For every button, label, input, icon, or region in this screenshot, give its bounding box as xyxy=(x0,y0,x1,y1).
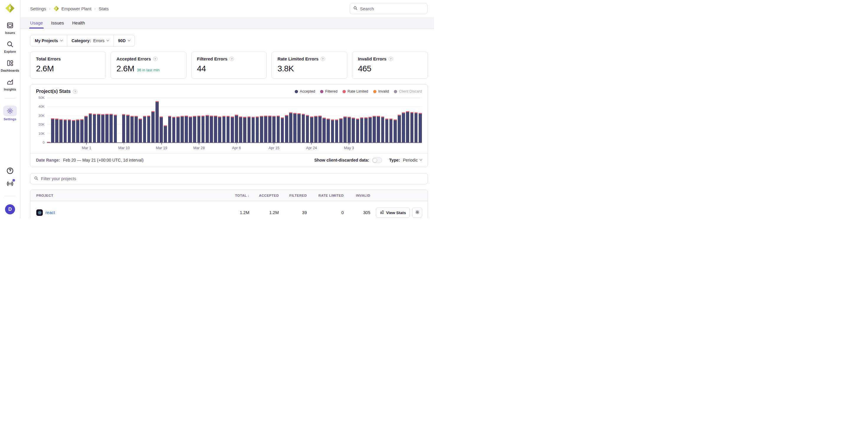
chart-bar[interactable] xyxy=(318,115,321,142)
chart-bar[interactable] xyxy=(168,116,172,142)
chart-bar[interactable] xyxy=(76,120,80,142)
legend-item-invalid[interactable]: Invalid xyxy=(373,89,389,94)
chart-bar[interactable] xyxy=(114,115,117,142)
chart-bar[interactable] xyxy=(414,112,418,142)
chart-bar[interactable] xyxy=(151,111,155,142)
sentry-logo-icon[interactable] xyxy=(5,3,15,13)
chart-bar[interactable] xyxy=(59,119,63,142)
chart-bar[interactable] xyxy=(277,115,280,142)
chart-bar[interactable] xyxy=(160,116,163,142)
chart-bar[interactable] xyxy=(231,116,234,142)
chart-bar[interactable] xyxy=(193,116,196,142)
chart-bar[interactable] xyxy=(177,116,180,142)
chart-bar[interactable] xyxy=(369,117,372,142)
chart-bar[interactable] xyxy=(218,116,221,142)
chart-bar[interactable] xyxy=(47,142,50,142)
chart-bar[interactable] xyxy=(181,116,184,142)
chart-bar[interactable] xyxy=(97,114,100,142)
tab-issues[interactable]: Issues xyxy=(51,17,64,29)
chart-bar[interactable] xyxy=(331,120,334,142)
chart-bar[interactable] xyxy=(101,114,104,142)
legend-item-rate-limited[interactable]: Rate Limited xyxy=(343,89,368,94)
period-selector[interactable]: 90D xyxy=(113,35,134,46)
column-header-rate-limited[interactable]: RATE LIMITED xyxy=(308,194,345,197)
chart-bar[interactable] xyxy=(252,117,255,142)
chart-bar[interactable] xyxy=(339,118,343,142)
chart-bar[interactable] xyxy=(248,116,251,142)
chart-bar[interactable] xyxy=(381,116,384,142)
chart-bar[interactable] xyxy=(260,116,263,142)
chart-bar[interactable] xyxy=(222,116,226,142)
legend-item-filtered[interactable]: Filtered xyxy=(320,89,338,94)
chart-bar[interactable] xyxy=(126,115,129,142)
whats-new-button[interactable] xyxy=(6,180,14,188)
chart-bar[interactable] xyxy=(289,112,292,142)
chart-bar[interactable] xyxy=(89,113,92,142)
help-icon[interactable]: ? xyxy=(389,57,393,61)
sidebar-item-settings[interactable]: Settings xyxy=(0,104,20,122)
tab-health[interactable]: Health xyxy=(72,17,85,29)
help-icon[interactable]: ? xyxy=(321,57,325,61)
chart-bar[interactable] xyxy=(64,120,67,142)
chart-bar[interactable] xyxy=(352,117,355,142)
chart-bar[interactable] xyxy=(373,116,376,142)
chart-bar[interactable] xyxy=(398,115,401,142)
chart-bar[interactable] xyxy=(134,116,138,142)
chart-bar[interactable] xyxy=(390,119,393,142)
chart-bar[interactable] xyxy=(377,116,380,142)
column-header-project[interactable]: PROJECT xyxy=(30,194,222,197)
chart-bar[interactable] xyxy=(197,115,200,142)
chart-bar[interactable] xyxy=(322,117,326,142)
chart-bar[interactable] xyxy=(293,113,297,142)
client-discard-toggle[interactable] xyxy=(372,158,382,163)
column-header-total[interactable]: TOTAL↓ xyxy=(222,194,250,198)
chart-bar[interactable] xyxy=(122,114,125,142)
chart-bar[interactable] xyxy=(335,120,338,142)
chart-bar[interactable] xyxy=(264,115,267,142)
chart-bar[interactable] xyxy=(226,116,230,142)
help-button[interactable] xyxy=(6,167,14,174)
chart-bar[interactable] xyxy=(93,114,96,142)
chart-bar[interactable] xyxy=(364,117,368,142)
chart-bar[interactable] xyxy=(206,115,209,142)
category-selector[interactable]: Category: Errors xyxy=(67,35,113,46)
chart-bar[interactable] xyxy=(306,115,309,142)
chart-bar[interactable] xyxy=(410,112,414,142)
project-filter-input[interactable] xyxy=(41,176,424,181)
project-settings-button[interactable] xyxy=(412,208,422,217)
chart-bar[interactable] xyxy=(243,117,246,142)
global-search[interactable] xyxy=(350,3,428,14)
view-stats-button[interactable]: View Stats xyxy=(376,208,410,217)
chart-bar[interactable] xyxy=(268,115,272,142)
breadcrumb-item[interactable]: Settings xyxy=(30,6,46,11)
chart-bar[interactable] xyxy=(202,115,205,142)
chart-bar[interactable] xyxy=(185,115,188,142)
chart-bar[interactable] xyxy=(130,116,134,142)
sidebar-item-dashboards[interactable]: Dashboards xyxy=(0,58,20,73)
chart-bar[interactable] xyxy=(143,116,146,142)
sidebar-item-explore[interactable]: Explore xyxy=(0,39,20,55)
chart-bar[interactable] xyxy=(356,119,359,142)
chart-bar[interactable] xyxy=(189,116,192,142)
column-header-accepted[interactable]: ACCEPTED xyxy=(250,194,280,197)
help-icon[interactable]: ? xyxy=(229,57,234,61)
chart-bar[interactable] xyxy=(402,112,405,142)
chart-bar[interactable] xyxy=(164,125,167,142)
chart-bar[interactable] xyxy=(360,117,364,142)
chart-bar[interactable] xyxy=(272,116,276,142)
chart-bar[interactable] xyxy=(84,116,88,142)
chart-bar[interactable] xyxy=(155,101,159,142)
chart-bar[interactable] xyxy=(214,115,217,142)
sidebar-item-insights[interactable]: Insights xyxy=(0,76,20,92)
chart-bar[interactable] xyxy=(394,120,397,142)
chart-bar[interactable] xyxy=(55,119,58,142)
chart-bar[interactable] xyxy=(298,113,301,142)
breadcrumb-item[interactable]: Stats xyxy=(98,6,108,11)
chart-bar[interactable] xyxy=(310,116,313,142)
chart-bar[interactable] xyxy=(139,119,142,142)
global-search-input[interactable] xyxy=(360,6,424,11)
project-selector[interactable]: My Projects xyxy=(30,35,67,46)
chart-bar[interactable] xyxy=(347,117,351,142)
project-link[interactable]: react xyxy=(45,210,55,215)
chart-bar[interactable] xyxy=(80,119,84,142)
